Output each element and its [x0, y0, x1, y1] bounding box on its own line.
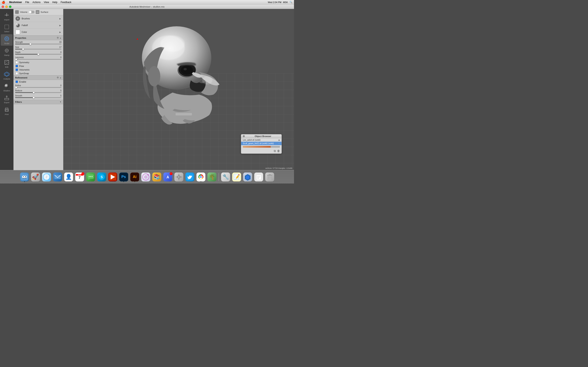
object-item-icon-0: ◉ [278, 139, 280, 141]
enable-checkbox[interactable]: ✓ [16, 81, 18, 83]
lazyness-slider-container [13, 59, 63, 60]
properties-section-header[interactable]: Properties ⚙ ▲ [13, 35, 63, 40]
svg-line-59 [147, 175, 148, 175]
view-menu[interactable]: View [42, 0, 51, 4]
depth-value: 0 [56, 51, 61, 53]
object-browser-progress-bar [243, 146, 280, 148]
app-name-menu[interactable]: Meshmixer [8, 0, 24, 4]
dock-item-finder[interactable] [19, 172, 30, 182]
dock-item-ibooks[interactable]: 📚 [152, 172, 162, 182]
lazyness-slider[interactable] [15, 59, 61, 60]
filters-row[interactable]: Filters ▼ [13, 100, 63, 104]
search-icon[interactable]: 🔍 [290, 1, 292, 3]
print-tool[interactable]: Print [1, 105, 13, 117]
depth-slider[interactable] [15, 54, 61, 55]
stamp-tool[interactable]: Stamp [1, 46, 13, 58]
object-browser-item-0[interactable]: Leo_adult.stl (solid) ◉ [241, 138, 282, 142]
falloff-row[interactable]: Falloff ▶ [13, 22, 63, 29]
enable-checkbox-row[interactable]: ✓ Enable [13, 80, 63, 83]
file-menu[interactable]: File [24, 0, 31, 4]
select-label: Select [4, 31, 9, 33]
object-browser-copy-button[interactable]: ⧉ [274, 149, 276, 153]
vol-surf-toggle[interactable] [29, 11, 35, 13]
object-browser-item-1[interactable]: Scull_geant_fix02.stl (solid) (solid) ↔ [241, 142, 282, 145]
lazyness-row: Lazyness 0 [13, 55, 63, 59]
dock-item-trash[interactable] [265, 172, 275, 182]
viewport[interactable]: Object Browser Leo_adult.stl (solid) ◉ S… [63, 9, 294, 170]
close-button[interactable] [2, 6, 4, 8]
dock-item-calendar[interactable]: NOV 7 7 [75, 172, 85, 182]
analysis-label: Analysis [3, 78, 10, 80]
dock-item-itunes[interactable] [141, 172, 151, 182]
dock-item-vlc[interactable] [108, 172, 118, 182]
dock-item-launchpad[interactable]: 🚀 [30, 172, 41, 182]
dock-item-safari[interactable] [42, 172, 52, 182]
dock-item-utilities[interactable]: 🔧 [221, 172, 231, 182]
analysis-icon [3, 71, 10, 77]
shaders-icon [3, 83, 10, 89]
photoshop-dot [123, 181, 124, 182]
sculpt-tool[interactable]: Sculpt [1, 34, 13, 46]
properties-title: Properties [15, 37, 57, 39]
object-browser-close-button[interactable] [243, 135, 245, 137]
flow-checkbox[interactable]: ✓ [16, 65, 18, 67]
flow-checkbox-row[interactable]: ✓ Flow [13, 64, 63, 68]
symmetry-checkbox[interactable] [16, 61, 18, 64]
symsnap-checkbox[interactable] [16, 72, 18, 75]
shaders-tool[interactable]: Shaders [1, 82, 13, 93]
dock-item-photoshop[interactable]: Ps [119, 172, 129, 182]
dock-item-chrome[interactable] [196, 172, 206, 182]
dock-item-skype[interactable]: S [96, 172, 107, 182]
dock-item-contacts[interactable]: 👤 [63, 172, 74, 182]
help-menu[interactable]: Help [51, 0, 59, 4]
size-slider[interactable] [15, 49, 61, 50]
refinement-section-header[interactable]: Refinement ⚙ ▲ [13, 75, 63, 80]
dock-item-illustrator[interactable]: Ai [130, 172, 140, 182]
select-tool[interactable]: Select [1, 22, 13, 34]
volumetric-checkbox-row[interactable]: ✓ Volumetric [13, 68, 63, 72]
volumetric-checkbox[interactable]: ✓ [16, 68, 18, 71]
dock-item-messages[interactable] [86, 172, 96, 182]
volume-label[interactable]: Volume [20, 11, 27, 13]
svg-rect-64 [178, 174, 179, 175]
refinement-arrow-icon: ▲ [60, 77, 61, 79]
strength-slider[interactable] [15, 44, 61, 44]
dock-item-photos[interactable]: 🌴 [207, 172, 217, 182]
color-label: Color [22, 31, 60, 33]
analysis-tool[interactable]: Analysis [1, 70, 13, 81]
brushes-row[interactable]: Brushes ▶ [13, 15, 63, 22]
dock-item-files[interactable] [254, 172, 264, 182]
reduce-slider[interactable] [15, 92, 61, 93]
dock-item-notes[interactable]: 📝 [232, 172, 242, 182]
symsnap-checkbox-row[interactable]: SymSnap [13, 72, 63, 75]
properties-gear-icon[interactable]: ⚙ [57, 36, 59, 39]
dock-item-twitter[interactable] [185, 172, 195, 182]
export-tool[interactable]: Export [1, 93, 13, 105]
smooth-slider[interactable] [15, 97, 61, 98]
feedback-menu[interactable]: Feedback [59, 0, 73, 4]
symmetry-checkbox-row[interactable]: Symmetry [13, 60, 63, 64]
object-browser-delete-button[interactable]: 🗑 [277, 149, 280, 153]
minimize-button[interactable] [5, 6, 8, 8]
refine-slider-container [13, 87, 63, 89]
dock-item-mail[interactable] [52, 172, 63, 182]
dock-item-appstore[interactable]: A 1 [163, 172, 173, 182]
object-browser-title: Object Browser [246, 135, 280, 137]
maximize-button[interactable] [9, 6, 11, 8]
svg-text:S: S [100, 175, 103, 179]
apple-menu[interactable]: 🍎 [2, 1, 5, 4]
dock-item-sysprefs[interactable] [174, 172, 184, 182]
import-tool[interactable]: Import [1, 11, 13, 22]
color-row[interactable]: Color ▶ [13, 29, 63, 35]
svg-marker-9 [5, 60, 9, 64]
dock-item-bootcamp[interactable] [242, 172, 253, 182]
edit-tool[interactable]: Edit [1, 58, 13, 69]
surface-label[interactable]: Surface [41, 11, 48, 13]
smooth-value: 5 [56, 95, 61, 97]
brush-section: Brushes ▶ Falloff ▶ Color ▶ [13, 15, 63, 35]
refinement-gear-icon[interactable]: ⚙ [57, 76, 59, 79]
refine-slider[interactable] [15, 87, 61, 88]
object-browser: Object Browser Leo_adult.stl (solid) ◉ S… [241, 134, 282, 154]
actions-menu[interactable]: Actions [31, 0, 42, 4]
refine-label: Refine [15, 84, 28, 87]
